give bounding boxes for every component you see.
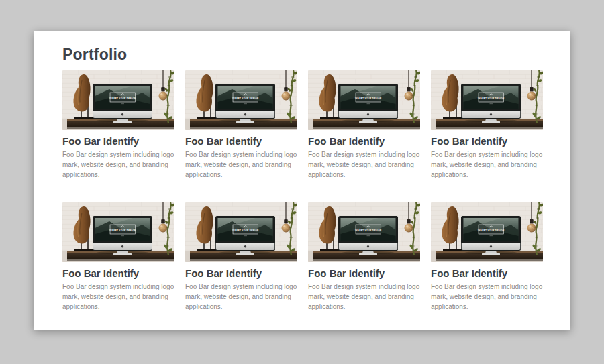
card-title: Foo Bar Identify: [308, 135, 420, 147]
portfolio-card: Foo Bar Identify Foo Bar design system i…: [308, 202, 420, 312]
card-title: Foo Bar Identify: [185, 267, 297, 280]
card-title: Foo Bar Identify: [431, 135, 543, 147]
portfolio-thumbnail[interactable]: [62, 70, 174, 130]
imac-mockup-image: [185, 70, 297, 130]
page-title: Portfolio: [62, 47, 544, 62]
card-description: Foo Bar design system including logo mar…: [62, 282, 174, 312]
imac-mockup-image: [308, 70, 420, 130]
imac-mockup-image: [431, 70, 543, 130]
card-title: Foo Bar Identify: [62, 267, 174, 280]
imac-mockup-image: [308, 202, 420, 262]
card-description: Foo Bar design system including logo mar…: [431, 149, 543, 180]
content-card: Portfolio Foo Bar Identify Foo Bar desig…: [34, 31, 570, 330]
portfolio-thumbnail[interactable]: [308, 70, 420, 130]
card-description: Foo Bar design system including logo mar…: [431, 282, 543, 312]
portfolio-card: Foo Bar Identify Foo Bar design system i…: [308, 70, 420, 180]
portfolio-card: Foo Bar Identify Foo Bar design system i…: [431, 70, 543, 180]
imac-mockup-image: [62, 70, 174, 130]
card-description: Foo Bar design system including logo mar…: [185, 282, 297, 312]
imac-mockup-image: [431, 202, 543, 262]
portfolio-thumbnail[interactable]: [62, 202, 174, 262]
portfolio-thumbnail[interactable]: [431, 202, 543, 262]
portfolio-thumbnail[interactable]: [308, 202, 420, 262]
card-description: Foo Bar design system including logo mar…: [308, 149, 420, 180]
card-title: Foo Bar Identify: [431, 267, 543, 280]
portfolio-card: Foo Bar Identify Foo Bar design system i…: [185, 70, 297, 180]
card-title: Foo Bar Identify: [308, 267, 420, 280]
portfolio-thumbnail[interactable]: [431, 70, 543, 130]
card-description: Foo Bar design system including logo mar…: [308, 282, 420, 312]
portfolio-grid: Foo Bar Identify Foo Bar design system i…: [62, 70, 544, 312]
imac-mockup-image: [185, 202, 297, 262]
portfolio-card: Foo Bar Identify Foo Bar design system i…: [62, 202, 174, 312]
card-title: Foo Bar Identify: [185, 135, 297, 147]
card-title: Foo Bar Identify: [62, 135, 174, 147]
portfolio-card: Foo Bar Identify Foo Bar design system i…: [62, 70, 174, 180]
card-description: Foo Bar design system including logo mar…: [62, 149, 174, 180]
card-description: Foo Bar design system including logo mar…: [185, 149, 297, 180]
portfolio-thumbnail[interactable]: [185, 202, 297, 262]
portfolio-thumbnail[interactable]: [185, 70, 297, 130]
portfolio-card: Foo Bar Identify Foo Bar design system i…: [431, 202, 543, 312]
imac-mockup-image: [62, 202, 174, 262]
portfolio-card: Foo Bar Identify Foo Bar design system i…: [185, 202, 297, 312]
